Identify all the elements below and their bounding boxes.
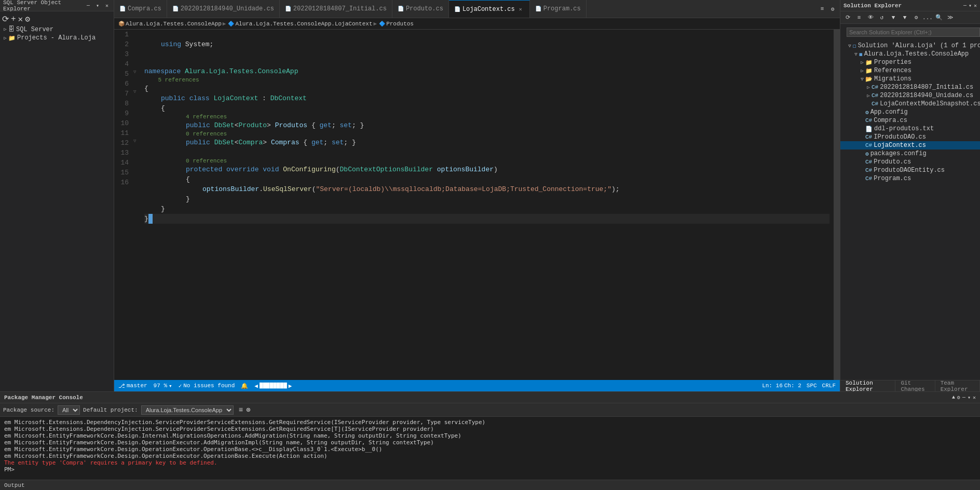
se-btn-context[interactable]: ... xyxy=(922,13,933,22)
config-icon-app: ⚙ xyxy=(865,109,869,116)
status-notification[interactable]: 🔔 xyxy=(241,383,248,389)
code-line-6: public class LojaContext : DbContext xyxy=(144,93,829,103)
ln-9: 9 xyxy=(116,108,129,118)
se-item-ddl[interactable]: 📄 ddl-produtos.txt xyxy=(840,125,980,133)
se-item-iproduto[interactable]: C# IProdutoDAO.cs xyxy=(840,133,980,141)
ln-12: 12 xyxy=(116,138,129,148)
ln-1: 1 xyxy=(116,30,129,39)
tab-git-changes[interactable]: Git Changes xyxy=(895,380,935,391)
ln-2: 2 xyxy=(116,39,129,49)
breadcrumb-produtos[interactable]: 🔷 Produtos xyxy=(379,21,414,27)
se-item-properties[interactable]: ▷ 📁 Properties xyxy=(840,58,980,66)
left-panel-pin-icon[interactable]: — xyxy=(85,3,92,9)
code-editor[interactable]: 1 2 3 4 5 6 7 8 9 10 11 12 13 14 15 16 xyxy=(114,30,840,380)
status-arrows[interactable]: ◀ ████████ ▶ xyxy=(254,383,292,389)
status-encoding[interactable]: SPC xyxy=(807,383,817,389)
pm-toolbar: Package source: All Default project: Alu… xyxy=(0,403,980,417)
collapse-btn-method[interactable]: ▽ xyxy=(133,138,136,144)
se-label-project: Alura.Loja.Testes.ConsoleApp xyxy=(864,50,969,58)
pm-close-icon[interactable]: ✕ xyxy=(973,394,976,401)
pm-project-label: Default project: xyxy=(83,407,138,413)
tree-item-sql-server[interactable]: ▷ 🗄 SQL Server xyxy=(0,25,114,34)
solution-tree: ▽ ◻ Solution 'Alura.Loja' (1 of 1 projec… xyxy=(840,40,980,380)
se-btn-extra[interactable]: ≫ xyxy=(945,13,956,22)
tab-solution-explorer[interactable]: Solution Explorer xyxy=(840,380,895,391)
vertical-scrollbar[interactable] xyxy=(834,30,840,380)
output-tab-label[interactable]: Output xyxy=(4,482,25,488)
tab-git-label: Git Changes xyxy=(901,380,929,392)
se-arrow-project: ▽ xyxy=(853,51,859,57)
annotation-11: 0 references xyxy=(144,157,829,165)
pm-source-select[interactable]: All xyxy=(58,405,80,415)
code-line-9: public DbSet<Compra> Compras { get; set;… xyxy=(144,138,829,147)
se-btn-show-all[interactable]: 👁 xyxy=(865,13,876,22)
se-item-migrations[interactable]: ▽ 📂 Migrations xyxy=(840,75,980,83)
pm-up-icon[interactable]: ▲ xyxy=(952,394,955,401)
se-item-packages[interactable]: ⚙ packages.config xyxy=(840,149,980,158)
se-btn-more[interactable]: ⚙ xyxy=(911,13,921,22)
se-item-lojacontext[interactable]: C# LojaContext.cs xyxy=(840,141,980,149)
folder-icon-migrations: 📂 xyxy=(865,76,873,83)
tab-overflow-icon[interactable]: ≡ xyxy=(818,6,826,12)
tree-item-projects[interactable]: ▷ 📁 Projects - Alura.Loja xyxy=(0,34,114,42)
tab-close-loja[interactable]: ✕ xyxy=(517,6,524,12)
se-search-input[interactable] xyxy=(847,28,980,37)
se-item-references[interactable]: ▷ 📁 References xyxy=(840,66,980,75)
code-line-15: } xyxy=(144,204,829,214)
tree-item-refresh[interactable]: ⟳ + ✕ ⚙ xyxy=(0,13,114,25)
tab-loja[interactable]: 📄 LojaContext.cs ✕ xyxy=(449,0,530,18)
bell-icon: 🔔 xyxy=(241,383,248,389)
se-item-project[interactable]: ▽ ◼ Alura.Loja.Testes.ConsoleApp xyxy=(840,50,980,58)
se-btn-properties[interactable]: ≡ xyxy=(854,13,864,22)
collapse-btn-class[interactable]: ▽ xyxy=(133,89,136,94)
se-btn-sync[interactable]: ⟳ xyxy=(842,13,853,22)
status-line[interactable]: Ln: 16 Ch: 2 xyxy=(762,383,801,389)
pm-project-select[interactable]: Alura.Loja.Testes.ConsoleApp xyxy=(141,405,234,415)
ln-13: 13 xyxy=(116,148,129,158)
se-btn-refresh[interactable]: ↺ xyxy=(877,13,887,22)
breadcrumb-app[interactable]: 📦 Alura.Loja.Testes.ConsoleApp ▶ xyxy=(118,20,226,27)
pm-pin-icon[interactable]: — xyxy=(962,394,965,401)
tab-unidade[interactable]: 📄 20220128184940_Unidade.cs xyxy=(167,0,280,18)
pm-clear-icon[interactable]: ⊗ xyxy=(246,405,250,414)
se-item-initial[interactable]: ▷ C# 20220128184807_Initial.cs xyxy=(840,83,980,91)
code-line-14: } xyxy=(144,194,829,204)
se-btn-filter[interactable]: ▼ xyxy=(900,13,910,22)
char-info: Ch: 2 xyxy=(784,383,801,389)
tab-compra[interactable]: 📄 Compra.cs xyxy=(114,0,167,18)
status-git[interactable]: ⎇ master xyxy=(118,383,147,389)
se-pin-icon[interactable]: — xyxy=(963,3,967,9)
tab-settings-icon[interactable]: ⚙ xyxy=(828,6,837,12)
pm-settings-icon[interactable]: ⚙ xyxy=(957,394,960,401)
se-item-produtodao[interactable]: C# ProdutoDAOEntity.cs xyxy=(840,166,980,174)
se-btn-collapse[interactable]: ▼ xyxy=(888,13,899,22)
tab-produto[interactable]: 📄 Produto.cs xyxy=(392,0,449,18)
se-item-program[interactable]: C# Program.cs xyxy=(840,174,980,183)
se-item-compra[interactable]: C# Compra.cs xyxy=(840,116,980,125)
se-item-unidade[interactable]: ▷ C# 20220128184940_Unidade.cs xyxy=(840,91,980,100)
left-panel-close-icon[interactable]: ✕ xyxy=(103,3,111,9)
status-zoom[interactable]: 97 % ▾ xyxy=(154,383,172,389)
status-issues[interactable]: ✓ No issues found xyxy=(179,383,235,389)
se-label-initial: 20220128184807_Initial.cs xyxy=(880,84,973,91)
se-item-solution[interactable]: ▽ ◻ Solution 'Alura.Loja' (1 of 1 projec… xyxy=(840,42,980,50)
tab-team-explorer[interactable]: Team Explorer xyxy=(935,380,980,391)
se-btn-search-box[interactable]: 🔍 xyxy=(934,13,944,22)
breadcrumb-context[interactable]: 🔷 Alura.Loja.Testes.ConsoleApp.LojaConte… xyxy=(228,20,377,27)
code-content[interactable]: using System; namespace Alura.Loja.Teste… xyxy=(140,30,834,380)
se-item-produto[interactable]: C# Produto.cs xyxy=(840,158,980,166)
pm-list-icon[interactable]: ≡ xyxy=(239,406,243,414)
se-item-snapshot[interactable]: C# LojaContextModelSnapshot.cs xyxy=(840,100,980,108)
status-eol[interactable]: CRLF xyxy=(822,383,836,389)
tab-program[interactable]: 📄 Program.cs xyxy=(530,0,587,18)
package-manager-header: Package Manager Console ▲ ⚙ — ▾ ✕ xyxy=(0,392,980,403)
tab-initial[interactable]: 📄 20220128184807_Initial.cs xyxy=(280,0,392,18)
collapse-btn-namespace[interactable]: ▽ xyxy=(133,69,136,75)
se-arrow-compra xyxy=(859,118,865,123)
left-panel-arrow-icon[interactable]: ▾ xyxy=(94,3,101,9)
se-close-icon[interactable]: ✕ xyxy=(974,3,977,9)
se-arrow-icon[interactable]: ▾ xyxy=(969,3,972,9)
se-item-appconfig[interactable]: ⚙ App.config xyxy=(840,108,980,116)
se-arrow-migrations: ▽ xyxy=(859,76,865,82)
pm-arrow-icon[interactable]: ▾ xyxy=(968,394,971,401)
